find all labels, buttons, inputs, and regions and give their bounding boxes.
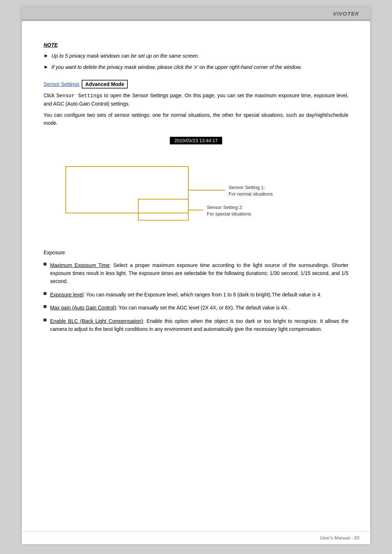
timestamp-badge: 2010/03/23 13:44:17 [170, 137, 222, 144]
arrow-icon-1: ► [44, 53, 49, 58]
note-text-2: If you want to delete the privacy mask w… [52, 63, 302, 71]
footer-page-label: User's Manual - 55 [320, 535, 359, 541]
note-title: NOTE [44, 42, 348, 48]
sensor-label-2: Sensor Setting 2: For special situations [207, 204, 251, 217]
note-section: NOTE ► Up to 5 privacy mask windows can … [44, 42, 348, 71]
bullet-item-3: Enable BLC (Back Light Compensation): En… [44, 317, 348, 333]
sensor-label-1: Sensor Setting 1: For normal situations [229, 184, 273, 197]
diagram-section: Sensor Setting 1: For normal situations … [65, 159, 348, 239]
sensor-desc-para2: You can configure two sets of sensor set… [44, 111, 348, 127]
bullet-list: Maximum Exposure Time: Select a proper m… [44, 261, 348, 333]
sensor-desc-para1: Click Sensor Settings to open the Sensor… [44, 91, 348, 108]
bullet-label-1: Exposure level [50, 292, 83, 297]
note-item-2: ► If you want to delete the privacy mask… [44, 63, 348, 71]
bullet-desc-2: : You can manually set the AGC level (2X… [116, 305, 289, 311]
page-container: VIVOTEK NOTE ► Up to 5 privacy mask wind… [22, 7, 370, 544]
bullet-square-3 [44, 319, 46, 321]
sensor-box-2 [138, 199, 189, 221]
bullet-square-0 [44, 263, 46, 266]
arrow-icon-2: ► [44, 64, 49, 70]
sensor-settings-mono: Sensor Settings [56, 93, 102, 99]
sensor-settings-link[interactable]: Sensor Settings [44, 81, 79, 87]
sensor-settings-line: Sensor Settings Advanced Mode [44, 80, 348, 89]
bullet-square-1 [44, 292, 46, 295]
footer-bar: User's Manual - 55 [22, 531, 370, 544]
main-content: NOTE ► Up to 5 privacy mask windows can … [44, 35, 348, 333]
bullet-text-3: Enable BLC (Back Light Compensation): En… [50, 317, 348, 333]
bullet-text-2: Max gain (Auto Gain Control): You can ma… [50, 304, 289, 312]
bullet-text-0: Maximum Exposure Time: Select a proper m… [50, 261, 348, 286]
brand-label: VIVOTEK [333, 11, 359, 17]
header-bar: VIVOTEK [22, 7, 370, 20]
timestamp-container: 2010/03/23 13:44:17 [44, 133, 348, 148]
note-text-1: Up to 5 privacy mask windows can be set … [52, 52, 199, 60]
bullet-item-0: Maximum Exposure Time: Select a proper m… [44, 261, 348, 286]
exposure-title: Exposure [44, 250, 348, 255]
divider-line [22, 20, 370, 21]
sensor1-label-line2: For normal situations [229, 191, 273, 197]
bullet-text-1: Exposure level: You can manually set the… [50, 291, 322, 299]
sensor1-label-line1: Sensor Setting 1: [229, 184, 273, 191]
bullet-desc-1: : You can manually set the Exposure leve… [83, 292, 322, 297]
sensor-line-1 [189, 190, 225, 190]
note-item-1: ► Up to 5 privacy mask windows can be se… [44, 52, 348, 60]
sensor2-label-line1: Sensor Setting 2: [207, 204, 251, 211]
bullet-square-2 [44, 305, 46, 308]
sensor2-label-line2: For special situations [207, 211, 251, 217]
bullet-label-2: Max gain (Auto Gain Control) [50, 305, 116, 311]
bullet-item-2: Max gain (Auto Gain Control): You can ma… [44, 304, 348, 312]
sensor-line-2 [189, 210, 203, 210]
bullet-item-1: Exposure level: You can manually set the… [44, 291, 348, 299]
exposure-section: Exposure Maximum Exposure Time: Select a… [44, 250, 348, 333]
bullet-label-3: Enable BLC (Back Light Compensation) [50, 318, 143, 324]
advanced-mode-badge: Advanced Mode [82, 80, 128, 89]
bullet-label-0: Maximum Exposure Time [50, 262, 110, 268]
